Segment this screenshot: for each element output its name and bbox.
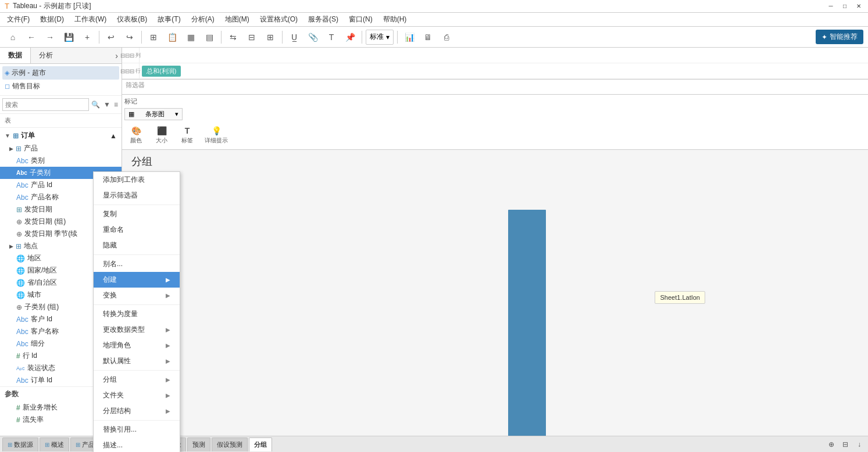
context-menu-item[interactable]: 重命名: [94, 222, 180, 238]
field-label: 流失率: [23, 415, 44, 425]
toolbar-undo[interactable]: ↩: [103, 29, 119, 45]
subgroup-arrow-icon2: ▶: [9, 243, 13, 249]
toolbar-clip[interactable]: 📎: [305, 29, 321, 45]
mark-tooltip-btn[interactable]: 💡 详细提示: [201, 124, 231, 147]
context-menu-item[interactable]: 地理角色▶: [94, 338, 180, 353]
context-menu-item[interactable]: 默认属性▶: [94, 353, 180, 369]
toolbar-chart[interactable]: 📊: [401, 29, 417, 45]
toolbar-back[interactable]: ←: [23, 29, 40, 45]
toolbar-underline[interactable]: U̲: [286, 29, 302, 45]
field-label: 子类别: [30, 168, 51, 178]
field-group-orders[interactable]: ▼ ⊞ 订单 ▲: [0, 129, 122, 142]
rows-icon: ⊟⊟⊟: [120, 68, 134, 74]
rows-shelf: ⊟⊟⊟ 行 总和(利润): [122, 63, 868, 79]
toolbar-share[interactable]: ⎙: [438, 29, 455, 45]
bottom-tab[interactable]: 预测: [187, 437, 210, 451]
toolbar-swap[interactable]: ⇆: [225, 29, 241, 45]
field-label: 装运状态: [27, 363, 55, 373]
menu-item[interactable]: 工作表(W): [70, 13, 111, 26]
maximize-button[interactable]: □: [840, 2, 849, 11]
filter-label: 筛选器: [124, 80, 146, 89]
columns-shelf-content: [140, 48, 868, 63]
context-menu-item[interactable]: 复制: [94, 206, 180, 222]
ai-recommend-button[interactable]: ✦ 智能推荐: [816, 30, 863, 44]
field-label: 省/自治区: [27, 278, 57, 288]
columns-shelf: ⊟⊟⊟ 列: [122, 48, 868, 63]
toolbar-filter2[interactable]: ⊞: [262, 29, 278, 45]
canvas-area: 分组 ¥2,200,000¥2,000,000¥1,800,000¥1,600,…: [122, 150, 868, 436]
context-menu-item[interactable]: 别名...: [94, 256, 180, 272]
toolbar-forward[interactable]: →: [42, 29, 58, 45]
field-type-icon: ⊕: [16, 218, 22, 226]
context-menu-item[interactable]: 替换引用...: [94, 422, 180, 437]
toolbar-home[interactable]: ⌂: [5, 29, 21, 45]
marks-type-selector[interactable]: ▦ 条形图 ▾: [124, 108, 183, 120]
context-menu-item[interactable]: 创建▶: [94, 272, 180, 288]
context-menu-item[interactable]: 分组▶: [94, 372, 180, 388]
toolbar-paste[interactable]: 📋: [164, 29, 180, 45]
data-analysis-tabs: 数据 分析 ›: [0, 48, 122, 64]
bottom-tab[interactable]: 假设预测: [212, 437, 248, 451]
menu-item[interactable]: 仪表板(B): [112, 13, 152, 26]
mark-size-btn[interactable]: ⬛ 大小: [150, 124, 173, 147]
tab-action-btn[interactable]: ⊕: [825, 438, 838, 451]
menu-item[interactable]: 服务器(S): [303, 13, 343, 26]
toolbar-screen[interactable]: 🖥: [420, 29, 436, 45]
minimize-button[interactable]: ─: [826, 2, 835, 11]
toolbar-save[interactable]: 💾: [60, 29, 77, 45]
menu-item[interactable]: 分析(A): [187, 13, 219, 26]
context-menu-item[interactable]: 添加到工作表: [94, 172, 180, 188]
toolbar-connect[interactable]: ⊞: [145, 29, 162, 45]
menu-item[interactable]: 文件(F): [2, 13, 34, 26]
tab-action-btn[interactable]: ⊟: [839, 438, 852, 451]
view-standard-dropdown[interactable]: 标准 ▾: [366, 30, 394, 45]
context-menu-item[interactable]: 文件夹▶: [94, 388, 180, 403]
toolbar-addsheet[interactable]: +: [79, 29, 95, 45]
toolbar-T[interactable]: T: [323, 29, 340, 45]
tab-data[interactable]: 数据: [0, 48, 31, 63]
menu-item[interactable]: 地图(M): [220, 13, 254, 26]
close-button[interactable]: ✕: [854, 2, 863, 11]
ctx-item-label: 替换引用...: [103, 425, 137, 435]
bottom-tab[interactable]: ⊞数据源: [2, 437, 38, 451]
bottom-tab[interactable]: ⊞概述: [40, 437, 69, 451]
bottom-tab[interactable]: 分组: [249, 437, 272, 451]
toolbar-redo[interactable]: ↪: [122, 29, 138, 45]
context-menu-item[interactable]: 更改数据类型▶: [94, 322, 180, 338]
menu-item[interactable]: 数据(D): [35, 13, 69, 26]
datasource-sales-target[interactable]: ◻ 销售目标: [2, 80, 119, 93]
context-menu-item[interactable]: 分层结构▶: [94, 403, 180, 419]
rows-pill-profit[interactable]: 总和(利润): [142, 66, 181, 77]
ai-icon: ✦: [821, 33, 827, 41]
field-label: 订单 Id: [31, 375, 52, 385]
tab-analysis[interactable]: 分析: [31, 48, 61, 63]
tab-action-btn[interactable]: ↓: [853, 438, 866, 451]
ctx-item-label: 文件夹: [103, 390, 124, 400]
menu-item[interactable]: 故事(T): [153, 13, 185, 26]
search-input[interactable]: [2, 98, 89, 111]
context-menu-item[interactable]: 转换为度量: [94, 306, 180, 322]
toolbar-pin[interactable]: 📌: [342, 29, 358, 45]
datasource-superstore[interactable]: ◈ 示例 - 超市: [2, 66, 119, 80]
search-icon[interactable]: 🔍: [90, 99, 101, 110]
toolbar-format2[interactable]: ▤: [201, 29, 217, 45]
context-menu-item[interactable]: 变换▶: [94, 288, 180, 303]
ctx-item-label: 转换为度量: [103, 309, 138, 319]
toolbar-format1[interactable]: ▦: [183, 29, 199, 45]
context-menu-item[interactable]: 隐藏: [94, 238, 180, 253]
context-menu-item[interactable]: 描述...: [94, 437, 180, 452]
field-type-icon: Abc: [16, 181, 28, 189]
mark-color-btn[interactable]: 🎨 颜色: [124, 124, 148, 147]
context-menu-item[interactable]: 显示筛选器: [94, 188, 180, 203]
menu-item[interactable]: 窗口(N): [344, 13, 377, 26]
menu-item[interactable]: 设置格式(O): [255, 13, 302, 26]
menu-item[interactable]: 帮助(H): [378, 13, 412, 26]
filter-icon[interactable]: ▼: [102, 99, 112, 110]
toolbar-sort[interactable]: ⊟: [244, 29, 260, 45]
menu-icon[interactable]: ≡: [113, 99, 119, 110]
subgroup-products[interactable]: ▶ ⊞ 产品: [0, 142, 122, 155]
field-category[interactable]: Abc 类别: [0, 155, 122, 167]
field-type-icon: #: [16, 352, 20, 360]
mark-label-btn[interactable]: T 标签: [176, 124, 199, 147]
bar-main[interactable]: [508, 210, 546, 436]
